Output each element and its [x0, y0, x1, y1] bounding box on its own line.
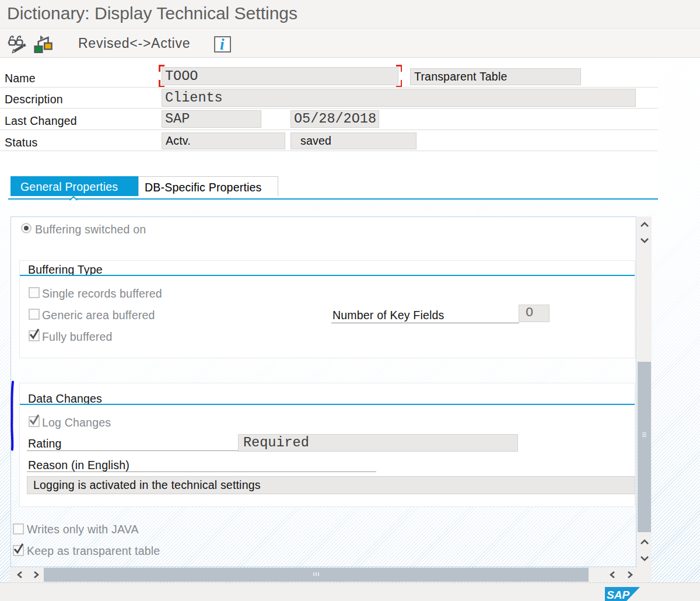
svg-text:SAP: SAP: [607, 589, 629, 601]
